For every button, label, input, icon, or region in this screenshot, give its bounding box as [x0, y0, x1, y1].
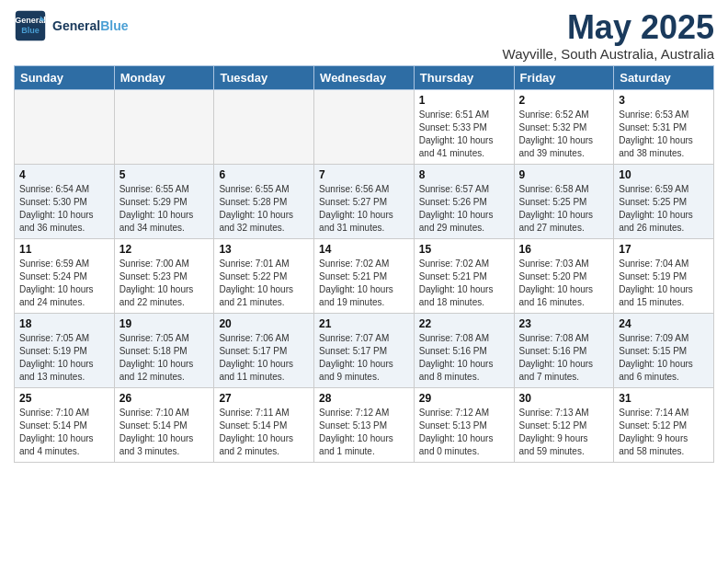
table-row: 1Sunrise: 6:51 AM Sunset: 5:33 PM Daylig… [414, 89, 514, 164]
table-row: 13Sunrise: 7:01 AM Sunset: 5:22 PM Dayli… [214, 238, 314, 313]
main-container: General Blue GeneralBlue May 2025 Wayvil… [0, 0, 728, 477]
table-row: 19Sunrise: 7:05 AM Sunset: 5:18 PM Dayli… [114, 313, 214, 387]
table-row: 5Sunrise: 6:55 AM Sunset: 5:29 PM Daylig… [114, 164, 214, 238]
table-row: 26Sunrise: 7:10 AM Sunset: 5:14 PM Dayli… [114, 387, 214, 462]
day-number: 15 [419, 243, 509, 256]
day-number: 1 [419, 94, 509, 107]
col-tuesday: Tuesday [214, 65, 314, 89]
day-info: Sunrise: 6:53 AM Sunset: 5:31 PM Dayligh… [619, 109, 709, 160]
title-block: May 2025 Wayville, South Australia, Aust… [503, 9, 714, 62]
calendar-week-5: 25Sunrise: 7:10 AM Sunset: 5:14 PM Dayli… [15, 387, 714, 462]
calendar-week-4: 18Sunrise: 7:05 AM Sunset: 5:19 PM Dayli… [15, 313, 714, 387]
day-number: 19 [119, 317, 210, 330]
table-row: 4Sunrise: 6:54 AM Sunset: 5:30 PM Daylig… [15, 164, 115, 238]
logo: General Blue GeneralBlue [14, 9, 128, 42]
day-info: Sunrise: 7:01 AM Sunset: 5:22 PM Dayligh… [219, 258, 309, 309]
day-info: Sunrise: 7:09 AM Sunset: 5:15 PM Dayligh… [619, 332, 709, 384]
table-row [114, 89, 214, 164]
calendar-week-2: 4Sunrise: 6:54 AM Sunset: 5:30 PM Daylig… [15, 164, 714, 238]
day-number: 21 [319, 317, 409, 330]
day-info: Sunrise: 7:02 AM Sunset: 5:21 PM Dayligh… [419, 258, 509, 309]
table-row: 15Sunrise: 7:02 AM Sunset: 5:21 PM Dayli… [414, 238, 514, 313]
table-row: 17Sunrise: 7:04 AM Sunset: 5:19 PM Dayli… [614, 238, 714, 313]
table-row: 12Sunrise: 7:00 AM Sunset: 5:23 PM Dayli… [114, 238, 214, 313]
subtitle: Wayville, South Australia, Australia [503, 46, 714, 62]
day-number: 13 [219, 243, 309, 256]
day-info: Sunrise: 7:07 AM Sunset: 5:17 PM Dayligh… [319, 332, 409, 384]
day-number: 27 [219, 392, 309, 405]
header: General Blue GeneralBlue May 2025 Wayvil… [14, 9, 714, 62]
table-row: 7Sunrise: 6:56 AM Sunset: 5:27 PM Daylig… [314, 164, 415, 238]
col-monday: Monday [114, 65, 214, 89]
main-title: May 2025 [503, 9, 714, 46]
col-saturday: Saturday [614, 65, 714, 89]
day-number: 17 [619, 243, 709, 256]
day-number: 24 [619, 317, 709, 330]
day-info: Sunrise: 6:56 AM Sunset: 5:27 PM Dayligh… [319, 183, 409, 235]
day-number: 9 [519, 168, 609, 181]
day-info: Sunrise: 6:59 AM Sunset: 5:24 PM Dayligh… [19, 258, 109, 309]
day-info: Sunrise: 6:52 AM Sunset: 5:32 PM Dayligh… [519, 109, 609, 160]
day-number: 20 [219, 317, 309, 330]
table-row: 27Sunrise: 7:11 AM Sunset: 5:14 PM Dayli… [214, 387, 314, 462]
day-number: 12 [119, 243, 210, 256]
table-row: 22Sunrise: 7:08 AM Sunset: 5:16 PM Dayli… [414, 313, 514, 387]
day-info: Sunrise: 6:54 AM Sunset: 5:30 PM Dayligh… [19, 183, 109, 235]
day-info: Sunrise: 6:59 AM Sunset: 5:25 PM Dayligh… [619, 183, 709, 235]
day-info: Sunrise: 7:05 AM Sunset: 5:18 PM Dayligh… [119, 332, 210, 384]
logo-text: GeneralBlue [52, 18, 128, 33]
table-row: 6Sunrise: 6:55 AM Sunset: 5:28 PM Daylig… [214, 164, 314, 238]
table-row: 14Sunrise: 7:02 AM Sunset: 5:21 PM Dayli… [314, 238, 415, 313]
day-number: 10 [619, 168, 709, 181]
day-number: 11 [19, 243, 109, 256]
table-row: 16Sunrise: 7:03 AM Sunset: 5:20 PM Dayli… [514, 238, 614, 313]
table-row: 11Sunrise: 6:59 AM Sunset: 5:24 PM Dayli… [15, 238, 115, 313]
day-info: Sunrise: 7:08 AM Sunset: 5:16 PM Dayligh… [519, 332, 609, 384]
day-info: Sunrise: 7:11 AM Sunset: 5:14 PM Dayligh… [219, 407, 309, 458]
col-friday: Friday [514, 65, 614, 89]
table-row: 23Sunrise: 7:08 AM Sunset: 5:16 PM Dayli… [514, 313, 614, 387]
day-info: Sunrise: 6:55 AM Sunset: 5:28 PM Dayligh… [219, 183, 309, 235]
day-number: 3 [619, 94, 709, 107]
day-number: 16 [519, 243, 609, 256]
col-sunday: Sunday [15, 65, 115, 89]
table-row: 18Sunrise: 7:05 AM Sunset: 5:19 PM Dayli… [15, 313, 115, 387]
col-thursday: Thursday [414, 65, 514, 89]
day-number: 14 [319, 243, 409, 256]
day-info: Sunrise: 7:10 AM Sunset: 5:14 PM Dayligh… [119, 407, 210, 458]
day-info: Sunrise: 7:06 AM Sunset: 5:17 PM Dayligh… [219, 332, 309, 384]
day-info: Sunrise: 7:00 AM Sunset: 5:23 PM Dayligh… [119, 258, 210, 309]
day-info: Sunrise: 7:14 AM Sunset: 5:12 PM Dayligh… [619, 407, 709, 458]
day-number: 22 [419, 317, 509, 330]
day-number: 25 [19, 392, 109, 405]
day-number: 30 [519, 392, 609, 405]
day-info: Sunrise: 6:57 AM Sunset: 5:26 PM Dayligh… [419, 183, 509, 235]
table-row: 2Sunrise: 6:52 AM Sunset: 5:32 PM Daylig… [514, 89, 614, 164]
day-number: 6 [219, 168, 309, 181]
day-info: Sunrise: 7:02 AM Sunset: 5:21 PM Dayligh… [319, 258, 409, 309]
calendar-header-row: Sunday Monday Tuesday Wednesday Thursday… [15, 65, 714, 89]
calendar-table: Sunday Monday Tuesday Wednesday Thursday… [14, 65, 714, 463]
logo-icon: General Blue [14, 9, 47, 42]
day-number: 29 [419, 392, 509, 405]
table-row [214, 89, 314, 164]
table-row [314, 89, 415, 164]
day-info: Sunrise: 7:05 AM Sunset: 5:19 PM Dayligh… [19, 332, 109, 384]
table-row: 28Sunrise: 7:12 AM Sunset: 5:13 PM Dayli… [314, 387, 415, 462]
col-wednesday: Wednesday [314, 65, 415, 89]
table-row: 30Sunrise: 7:13 AM Sunset: 5:12 PM Dayli… [514, 387, 614, 462]
day-info: Sunrise: 7:04 AM Sunset: 5:19 PM Dayligh… [619, 258, 709, 309]
table-row [15, 89, 115, 164]
table-row: 3Sunrise: 6:53 AM Sunset: 5:31 PM Daylig… [614, 89, 714, 164]
svg-text:Blue: Blue [21, 26, 40, 35]
day-number: 26 [119, 392, 210, 405]
day-info: Sunrise: 7:08 AM Sunset: 5:16 PM Dayligh… [419, 332, 509, 384]
day-number: 28 [319, 392, 409, 405]
day-number: 2 [519, 94, 609, 107]
table-row: 24Sunrise: 7:09 AM Sunset: 5:15 PM Dayli… [614, 313, 714, 387]
day-info: Sunrise: 7:13 AM Sunset: 5:12 PM Dayligh… [519, 407, 609, 458]
day-info: Sunrise: 7:12 AM Sunset: 5:13 PM Dayligh… [319, 407, 409, 458]
table-row: 20Sunrise: 7:06 AM Sunset: 5:17 PM Dayli… [214, 313, 314, 387]
day-number: 7 [319, 168, 409, 181]
table-row: 10Sunrise: 6:59 AM Sunset: 5:25 PM Dayli… [614, 164, 714, 238]
